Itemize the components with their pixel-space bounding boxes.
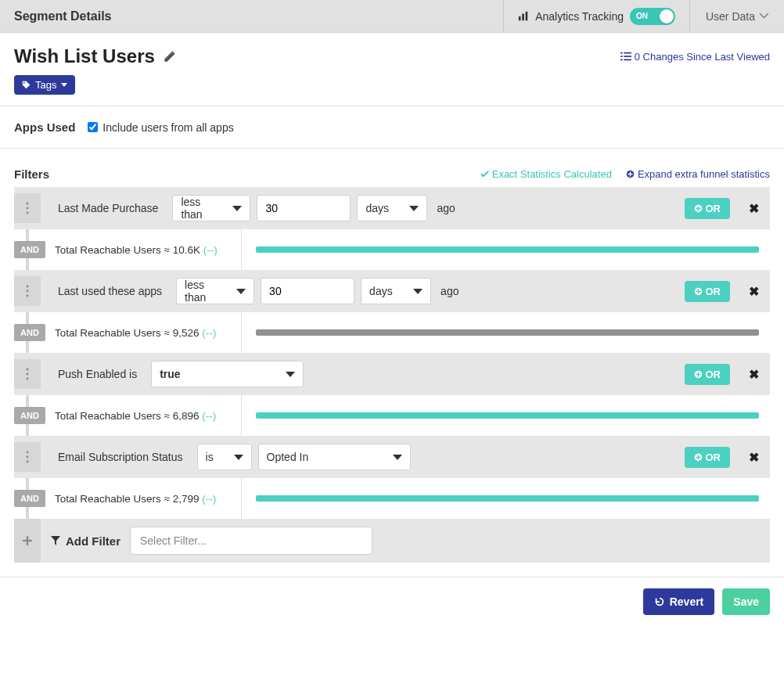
remove-filter-button[interactable]: ✖: [749, 201, 759, 216]
drag-handle[interactable]: [14, 276, 41, 306]
filters-label: Filters: [14, 167, 49, 181]
changes-text: 0 Changes Since Last Viewed: [635, 51, 770, 63]
plus-circle-icon: [694, 204, 703, 213]
filter-value-input[interactable]: [257, 195, 351, 221]
svg-point-26: [27, 373, 29, 376]
analytics-toggle[interactable]: ON: [630, 8, 675, 25]
reach-bar: [256, 412, 759, 419]
svg-rect-18: [696, 207, 700, 208]
filter-label: Push Enabled is: [58, 368, 137, 380]
svg-rect-0: [519, 16, 521, 20]
svg-point-13: [27, 203, 29, 205]
filter-operator-value: less than: [181, 196, 225, 221]
edit-name-icon[interactable]: [163, 49, 177, 63]
svg-point-9: [23, 82, 25, 84]
filter-operator-select[interactable]: is: [197, 444, 252, 470]
filter-stats-row: AND Total Reachable Users ≈ 10.6K (--): [14, 229, 770, 270]
add-or-button[interactable]: OR: [685, 447, 731, 468]
include-all-apps-input[interactable]: [88, 122, 98, 132]
svg-point-27: [27, 378, 29, 380]
svg-point-25: [27, 369, 29, 371]
caret-down-icon: [232, 206, 242, 211]
reach-extra: (--): [202, 493, 216, 505]
or-label: OR: [706, 203, 721, 214]
add-filter-label: Add Filter: [50, 534, 120, 548]
filter-unit-select[interactable]: days: [361, 278, 431, 304]
svg-point-19: [27, 286, 29, 288]
or-label: OR: [706, 451, 721, 463]
add-filter-text: Add Filter: [66, 534, 120, 548]
filter-value-select[interactable]: true: [151, 361, 304, 387]
add-filter-select[interactable]: Select Filter...: [130, 527, 372, 555]
segment-name: Wish List Users: [14, 45, 155, 67]
filter-operator-select[interactable]: less than: [176, 278, 254, 304]
svg-point-33: [27, 461, 29, 463]
add-or-button[interactable]: OR: [685, 281, 731, 302]
user-data-dropdown[interactable]: User Data: [690, 10, 784, 23]
svg-point-21: [27, 295, 29, 297]
filter-value-text: true: [160, 368, 180, 380]
plus-icon: [22, 535, 33, 546]
drag-handle[interactable]: [14, 359, 41, 389]
reach-value: 2,799: [173, 493, 200, 505]
filter-unit-value: days: [365, 202, 389, 214]
toggle-knob: [660, 9, 674, 23]
or-label: OR: [706, 369, 721, 380]
exact-stats-calculated: Exact Statistics Calculated: [480, 168, 612, 180]
or-label: OR: [706, 286, 721, 297]
changes-since-viewed[interactable]: 0 Changes Since Last Viewed: [620, 51, 770, 63]
add-or-button[interactable]: OR: [685, 198, 731, 219]
filter-unit-value: days: [369, 285, 393, 297]
user-data-label: User Data: [706, 10, 755, 23]
filter-row: Email Subscription Status is Opted In OR…: [14, 436, 770, 478]
revert-button[interactable]: Revert: [643, 588, 715, 615]
caret-down-icon: [409, 206, 419, 211]
svg-point-31: [27, 451, 29, 454]
drag-handle[interactable]: [14, 193, 41, 223]
apps-used-label: Apps Used: [14, 120, 75, 134]
filter-label: Last used these apps: [58, 285, 162, 297]
drag-handle[interactable]: [14, 442, 41, 472]
filter-operator-value: less than: [185, 279, 228, 304]
add-filter-handle[interactable]: [14, 519, 41, 563]
svg-rect-38: [23, 540, 32, 541]
reach-prefix: Total Reachable Users ≈: [55, 493, 173, 505]
ago-label: ago: [437, 202, 455, 214]
remove-filter-button[interactable]: ✖: [749, 284, 759, 299]
svg-rect-36: [696, 456, 700, 457]
add-or-button[interactable]: OR: [685, 364, 731, 385]
svg-rect-1: [522, 13, 524, 20]
ago-label: ago: [441, 285, 459, 297]
filter-operator-select[interactable]: less than: [172, 195, 250, 221]
reach-value: 9,526: [173, 327, 200, 339]
tags-button[interactable]: Tags: [14, 75, 75, 95]
filter-value-select[interactable]: Opted In: [258, 444, 411, 470]
caret-down-icon: [234, 455, 243, 460]
save-button[interactable]: Save: [722, 588, 770, 615]
revert-icon: [654, 596, 665, 607]
list-icon: [620, 51, 631, 62]
filters-header: Filters Exact Statistics Calculated Expa…: [0, 167, 784, 187]
include-all-apps-checkbox[interactable]: Include users from all apps: [88, 121, 233, 134]
expand-funnel-stats[interactable]: Expand extra funnel statistics: [626, 168, 770, 180]
reach-extra: (--): [202, 327, 216, 339]
reach-prefix: Total Reachable Users ≈: [55, 410, 173, 422]
remove-filter-button[interactable]: ✖: [749, 367, 759, 382]
svg-rect-30: [696, 373, 700, 374]
save-label: Save: [733, 595, 759, 608]
plus-circle-icon: [694, 287, 703, 296]
filter-unit-select[interactable]: days: [357, 195, 427, 221]
reach-text: Total Reachable Users ≈ 9,526 (--): [55, 327, 227, 339]
chevron-down-icon: [760, 12, 768, 20]
reach-extra: (--): [203, 244, 218, 256]
page-title: Segment Details: [0, 9, 503, 23]
and-badge: AND: [14, 490, 45, 507]
reach-bar: [256, 495, 759, 502]
and-badge: AND: [14, 241, 45, 258]
filter-value-input[interactable]: [261, 278, 354, 304]
reach-value: 10.6K: [173, 244, 200, 256]
svg-rect-5: [620, 56, 623, 57]
remove-filter-button[interactable]: ✖: [749, 450, 759, 465]
filter-operator-value: is: [206, 451, 214, 463]
include-all-apps-text: Include users from all apps: [102, 121, 233, 134]
